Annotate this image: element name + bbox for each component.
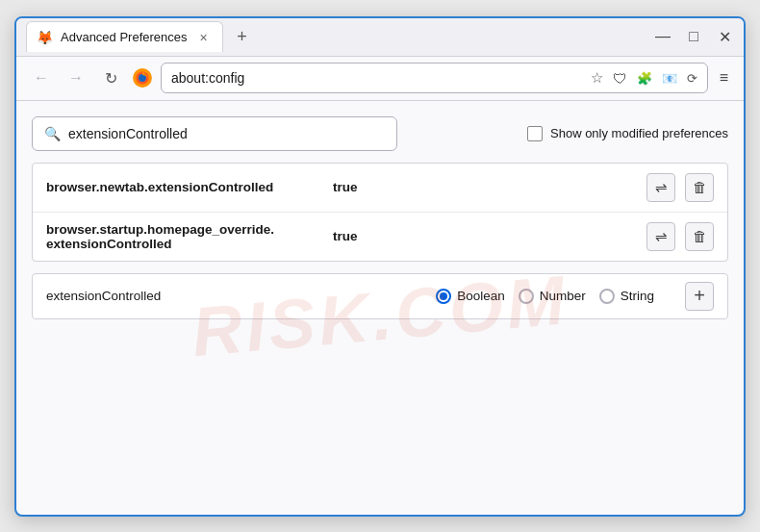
string-label: String bbox=[621, 289, 654, 303]
browser-window: 🦊 Advanced Preferences × + — □ ✕ ← → ↻ a… bbox=[14, 16, 746, 517]
pref-value-1: true bbox=[333, 180, 358, 194]
window-controls: — □ ✕ bbox=[653, 28, 734, 46]
boolean-radio-circle[interactable] bbox=[436, 289, 451, 304]
new-pref-name: extensionControlled bbox=[46, 289, 239, 303]
string-radio[interactable]: String bbox=[599, 289, 654, 304]
pref-actions-2: ⇌ 🗑 bbox=[646, 222, 714, 251]
show-modified-label: Show only modified preferences bbox=[550, 126, 728, 140]
delete-icon-1: 🗑 bbox=[693, 179, 707, 195]
new-tab-button[interactable]: + bbox=[229, 23, 256, 50]
reset-icon-1: ⇌ bbox=[655, 179, 668, 196]
menu-button[interactable]: ≡ bbox=[716, 65, 732, 90]
pocket-icon[interactable]: 🛡 bbox=[613, 70, 627, 87]
search-icon: 🔍 bbox=[44, 126, 61, 141]
forward-button[interactable]: → bbox=[63, 64, 89, 91]
preferences-table: browser.newtab.extensionControlled true … bbox=[32, 163, 728, 262]
number-radio[interactable]: Number bbox=[519, 289, 586, 304]
maximize-button[interactable]: □ bbox=[684, 28, 703, 45]
address-text: about:config bbox=[171, 70, 244, 86]
navigation-bar: ← → ↻ about:config ☆ 🛡 🧩 📧 ⟳ ≡ bbox=[16, 57, 744, 101]
search-value: extensionControlled bbox=[68, 126, 188, 141]
address-bar[interactable]: about:config ☆ 🛡 🧩 📧 ⟳ bbox=[161, 63, 708, 93]
number-label: Number bbox=[540, 289, 586, 303]
reset-button-1[interactable]: ⇌ bbox=[646, 173, 675, 202]
table-row: browser.startup.homepage_override. exten… bbox=[33, 213, 727, 261]
firefox-logo bbox=[132, 67, 153, 89]
number-radio-circle[interactable] bbox=[519, 289, 534, 304]
tab-strip: 🦊 Advanced Preferences × + bbox=[26, 18, 653, 56]
close-button[interactable]: ✕ bbox=[715, 28, 734, 46]
bookmark-icon[interactable]: ☆ bbox=[591, 69, 603, 87]
sync-icon[interactable]: ⟳ bbox=[687, 71, 697, 86]
string-radio-circle[interactable] bbox=[599, 289, 615, 304]
active-tab[interactable]: 🦊 Advanced Preferences × bbox=[26, 21, 223, 52]
pref-value-2: true bbox=[333, 229, 358, 243]
delete-button-1[interactable]: 🗑 bbox=[685, 173, 714, 202]
table-row: browser.newtab.extensionControlled true … bbox=[33, 164, 727, 213]
reset-icon-2: ⇌ bbox=[655, 228, 668, 245]
delete-button-2[interactable]: 🗑 bbox=[685, 222, 714, 251]
type-radio-group: Boolean Number String bbox=[436, 289, 654, 304]
address-bar-icons: ☆ 🛡 🧩 📧 ⟳ bbox=[591, 69, 697, 87]
reset-button-2[interactable]: ⇌ bbox=[646, 222, 675, 251]
content-area: RISK.COM 🔍 extensionControlled Show only… bbox=[16, 101, 744, 515]
reload-button[interactable]: ↻ bbox=[97, 64, 124, 91]
show-modified-checkbox[interactable] bbox=[527, 126, 543, 141]
firefox-favicon: 🦊 bbox=[37, 30, 53, 45]
pref-name-2: browser.startup.homepage_override. exten… bbox=[46, 222, 325, 251]
boolean-label: Boolean bbox=[457, 289, 505, 303]
tab-close-button[interactable]: × bbox=[195, 29, 213, 46]
pref-actions-1: ⇌ 🗑 bbox=[646, 173, 714, 202]
add-button[interactable]: + bbox=[685, 282, 714, 311]
add-preference-row: extensionControlled Boolean Number Strin… bbox=[32, 273, 728, 319]
show-modified-toggle[interactable]: Show only modified preferences bbox=[527, 126, 728, 141]
back-button[interactable]: ← bbox=[28, 64, 55, 91]
delete-icon-2: 🗑 bbox=[693, 228, 707, 244]
search-box[interactable]: 🔍 extensionControlled bbox=[32, 116, 397, 151]
tab-title: Advanced Preferences bbox=[61, 30, 188, 44]
container-icon[interactable]: 📧 bbox=[662, 71, 677, 86]
boolean-radio[interactable]: Boolean bbox=[436, 289, 505, 304]
title-bar: 🦊 Advanced Preferences × + — □ ✕ bbox=[16, 18, 744, 57]
extension-icon[interactable]: 🧩 bbox=[637, 71, 652, 86]
search-row: 🔍 extensionControlled Show only modified… bbox=[32, 116, 728, 151]
pref-name-1: browser.newtab.extensionControlled bbox=[46, 180, 325, 194]
minimize-button[interactable]: — bbox=[653, 28, 672, 45]
